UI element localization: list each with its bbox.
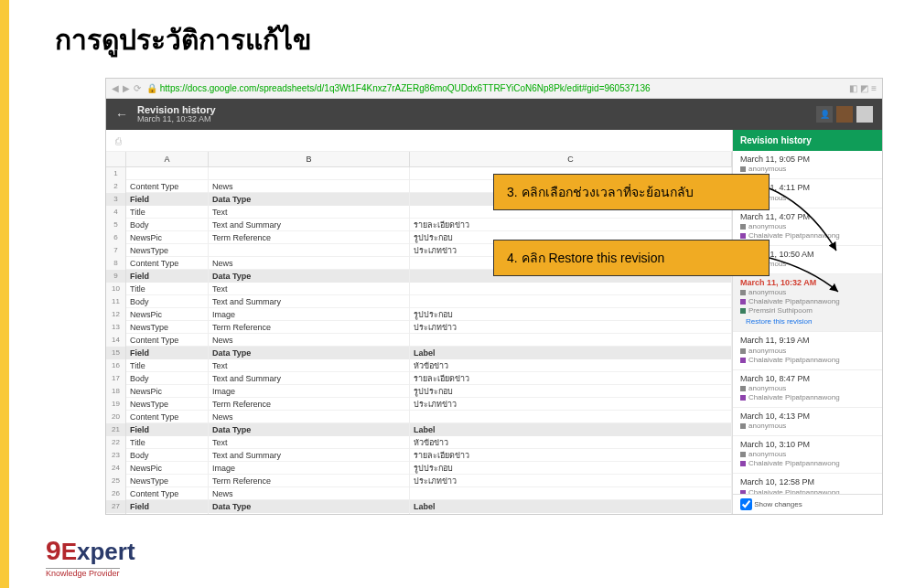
cell[interactable]: หัวข้อข่าว xyxy=(410,359,732,372)
row-number[interactable]: 25 xyxy=(106,475,126,487)
col-header-a[interactable]: A xyxy=(126,152,209,166)
cell[interactable]: รูปประกอบ xyxy=(410,462,732,475)
cell[interactable]: NewsPic xyxy=(126,462,209,475)
revision-item[interactable]: March 10, 4:13 PManonymous xyxy=(733,408,882,436)
cell[interactable]: Title xyxy=(126,283,209,295)
cell[interactable]: Data Type xyxy=(209,193,410,206)
row-number[interactable]: 22 xyxy=(106,436,126,449)
cell[interactable]: Text and Summary xyxy=(209,295,410,308)
address-bar[interactable]: 🔒 https://docs.google.com/spreadsheets/d… xyxy=(146,83,844,93)
row-number[interactable]: 23 xyxy=(106,449,126,462)
cell[interactable]: หัวข้อข่าว xyxy=(410,436,732,449)
cell[interactable]: News xyxy=(209,334,410,347)
cell[interactable]: Title xyxy=(126,206,209,219)
revision-item[interactable]: March 10, 3:10 PManonymousChalaivate Pip… xyxy=(733,436,882,474)
cell[interactable]: Term Reference xyxy=(209,231,410,244)
cell[interactable]: Field xyxy=(126,347,209,359)
cell[interactable]: รายละเอียดข่าว xyxy=(410,449,732,462)
table-row[interactable]: 16 Title Text หัวข้อข่าว xyxy=(106,359,732,372)
cell[interactable]: Body xyxy=(126,219,209,231)
row-number[interactable]: 20 xyxy=(106,411,126,423)
cell[interactable] xyxy=(209,167,410,180)
cell[interactable]: NewsType xyxy=(126,398,209,411)
cell[interactable]: Content Type xyxy=(126,411,209,423)
cell[interactable]: Text xyxy=(209,436,410,449)
cell[interactable]: รูปประกอบ xyxy=(410,308,732,321)
revision-item[interactable]: March 11, 9:19 AManonymousChalaivate Pip… xyxy=(733,332,882,369)
cell[interactable]: Content Type xyxy=(126,180,209,193)
revision-item[interactable]: March 10, 12:58 PMChalaivate Pipatpannaw… xyxy=(733,474,882,494)
row-number[interactable]: 1 xyxy=(106,167,126,180)
row-number[interactable]: 18 xyxy=(106,385,126,398)
cell[interactable]: Field xyxy=(126,500,209,513)
cell[interactable]: Field xyxy=(126,270,209,283)
browser-forward-icon[interactable]: ▶ xyxy=(123,83,130,93)
cell[interactable]: Text xyxy=(209,513,410,514)
cell[interactable]: NewsType xyxy=(126,321,209,334)
revision-item[interactable]: March 10, 8:47 PManonymousChalaivate Pip… xyxy=(733,370,882,408)
table-row[interactable]: 17 Body Text and Summary รายละเอียดข่าว xyxy=(106,372,732,385)
table-row[interactable]: 15 Field Data Type Label xyxy=(106,347,732,359)
table-row[interactable]: 12 NewsPic Image รูปประกอบ xyxy=(106,308,732,321)
cell[interactable]: Data Type xyxy=(209,270,410,283)
table-row[interactable]: 13 NewsType Term Reference ประเภทข่าว xyxy=(106,321,732,334)
table-row[interactable]: 27 Field Data Type Label xyxy=(106,500,732,513)
cell[interactable]: News xyxy=(209,180,410,193)
row-number[interactable]: 24 xyxy=(106,462,126,475)
cell[interactable]: Body xyxy=(126,295,209,308)
table-row[interactable]: 19 NewsType Term Reference ประเภทข่าว xyxy=(106,398,732,411)
table-row[interactable]: 14 Content Type News xyxy=(106,334,732,347)
cell[interactable]: News xyxy=(209,257,410,270)
avatar-2[interactable] xyxy=(836,106,853,123)
avatar[interactable]: 👤 xyxy=(816,106,833,123)
cell[interactable]: Title xyxy=(126,436,209,449)
table-row[interactable]: 11 Body Text and Summary xyxy=(106,295,732,308)
corner-cell[interactable] xyxy=(106,152,126,166)
cell[interactable]: Label xyxy=(410,347,732,359)
row-number[interactable]: 6 xyxy=(106,231,126,244)
cell[interactable] xyxy=(410,295,732,308)
cell[interactable]: ประเภทข่าว xyxy=(410,475,732,487)
cell[interactable]: Term Reference xyxy=(209,321,410,334)
cell[interactable]: News xyxy=(209,487,410,500)
cell[interactable] xyxy=(410,334,732,347)
table-row[interactable]: 20 Content Type News xyxy=(106,411,732,423)
row-number[interactable]: 28 xyxy=(106,513,126,514)
cell[interactable]: หัวข้อข่าว xyxy=(410,513,732,514)
row-number[interactable]: 8 xyxy=(106,257,126,270)
table-row[interactable]: 21 Field Data Type Label xyxy=(106,423,732,436)
cell[interactable]: ประเภทข่าว xyxy=(410,398,732,411)
row-number[interactable]: 9 xyxy=(106,270,126,283)
row-number[interactable]: 17 xyxy=(106,372,126,385)
cell[interactable]: Text xyxy=(209,359,410,372)
cell[interactable]: Title xyxy=(126,513,209,514)
back-arrow-icon[interactable]: ← xyxy=(115,107,128,122)
table-row[interactable]: 5 Body Text and Summary รายละเอียดข่าว xyxy=(106,219,732,231)
cell[interactable]: Image xyxy=(209,308,410,321)
browser-back-icon[interactable]: ◀ xyxy=(112,83,119,93)
table-row[interactable]: 23 Body Text and Summary รายละเอียดข่าว xyxy=(106,449,732,462)
cell[interactable]: รูปประกอบ xyxy=(410,385,732,398)
cell[interactable]: Term Reference xyxy=(209,398,410,411)
cell[interactable]: NewsPic xyxy=(126,385,209,398)
col-header-c[interactable]: C xyxy=(410,152,732,166)
cell[interactable] xyxy=(410,411,732,423)
row-number[interactable]: 11 xyxy=(106,295,126,308)
cell[interactable]: Field xyxy=(126,193,209,206)
cell[interactable]: Text and Summary xyxy=(209,449,410,462)
table-row[interactable]: 28 Title Text หัวข้อข่าว xyxy=(106,513,732,514)
cell[interactable]: ประเภทข่าว xyxy=(410,321,732,334)
extension-icon-2[interactable]: ◩ xyxy=(860,83,868,93)
row-number[interactable]: 10 xyxy=(106,283,126,295)
row-number[interactable]: 12 xyxy=(106,308,126,321)
extension-icon[interactable]: ◧ xyxy=(849,83,857,93)
table-row[interactable]: 26 Content Type News xyxy=(106,487,732,500)
avatar-3[interactable] xyxy=(856,106,873,123)
row-number[interactable]: 7 xyxy=(106,244,126,257)
col-header-b[interactable]: B xyxy=(209,152,410,166)
table-row[interactable]: 10 Title Text xyxy=(106,283,732,295)
print-icon[interactable]: ⎙ xyxy=(115,135,122,146)
cell[interactable]: Label xyxy=(410,500,732,513)
row-number[interactable]: 16 xyxy=(106,359,126,372)
row-number[interactable]: 3 xyxy=(106,193,126,206)
